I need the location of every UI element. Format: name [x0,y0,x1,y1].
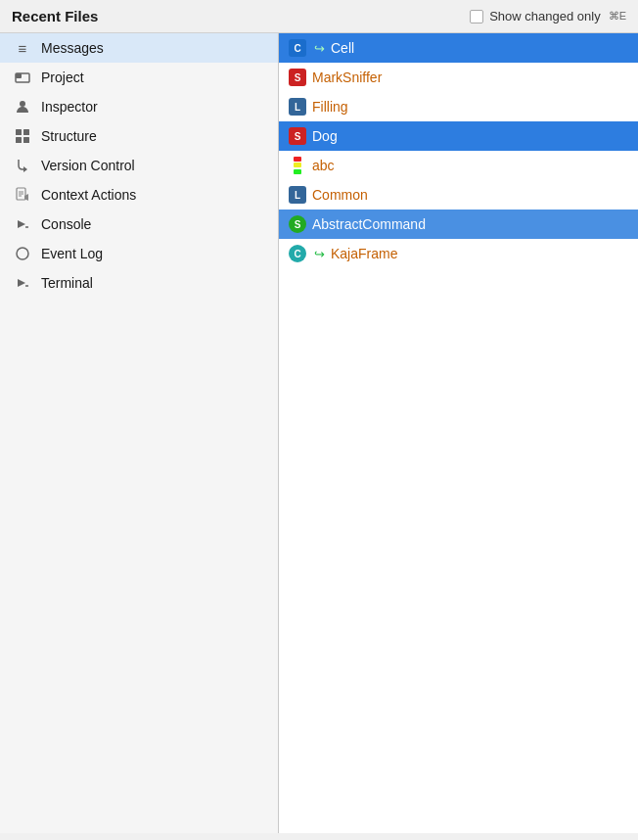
terminal-icon [14,274,31,292]
sidebar-label-project: Project [41,70,84,85]
dog-name: Dog [312,128,338,144]
file-item-kajaframe[interactable]: C ↪ KajaFrame [279,239,638,268]
top-bar: Recent Files Show changed only ⌘E [0,0,638,33]
cell-arrow-icon: ↪ [314,41,325,56]
structure-icon [14,127,31,145]
main-container: ≡ Messages Project Inspector [0,33,638,833]
sidebar: ≡ Messages Project Inspector [0,33,279,833]
svg-marker-7 [23,166,27,172]
svg-rect-6 [23,137,29,143]
file-item-common[interactable]: L Common [279,180,638,210]
kajaframe-badge: C [289,245,306,262]
sidebar-item-inspector[interactable]: Inspector [0,92,278,121]
shortcut-label: ⌘E [609,10,626,23]
version-control-icon [14,157,31,174]
cell-badge: C [289,39,306,57]
sidebar-label-inspector: Inspector [41,99,98,115]
kajaframe-name: KajaFrame [331,246,397,261]
common-name: Common [312,187,368,203]
sidebar-item-structure[interactable]: Structure [0,121,278,151]
event-log-icon [14,245,31,262]
svg-point-15 [17,248,28,259]
svg-rect-5 [16,137,22,143]
file-item-abc[interactable]: abc [279,151,638,180]
sidebar-item-console[interactable]: Console [0,210,278,239]
abc-traffic-light [289,157,306,174]
sidebar-label-terminal: Terminal [41,275,93,291]
abc-name: abc [312,158,335,173]
page-title: Recent Files [12,8,460,24]
kajaframe-arrow-icon: ↪ [314,247,325,261]
abstractcommand-name: AbstractCommand [312,216,426,232]
sidebar-item-version-control[interactable]: Version Control [0,151,278,180]
abstractcommand-badge: S [289,215,306,233]
filling-name: Filling [312,99,348,115]
marksniffer-name: MarkSniffer [312,70,382,85]
svg-marker-16 [18,279,25,287]
sidebar-label-version-control: Version Control [41,158,135,173]
cell-name: Cell [331,40,354,56]
sidebar-item-messages[interactable]: ≡ Messages [0,33,278,63]
sidebar-label-event-log: Event Log [41,246,103,261]
messages-icon: ≡ [14,39,31,57]
file-item-cell[interactable]: C ↪ Cell [279,33,638,63]
show-changed-checkbox[interactable] [470,10,483,23]
file-item-abstractcommand[interactable]: S AbstractCommand [279,210,638,239]
context-actions-icon [14,186,31,204]
filling-badge: L [289,98,306,116]
sidebar-item-project[interactable]: Project [0,63,278,92]
sidebar-item-terminal[interactable]: Terminal [0,268,278,298]
file-item-marksniffer[interactable]: S MarkSniffer [279,63,638,92]
sidebar-label-console: Console [41,216,91,232]
sidebar-label-structure: Structure [41,128,97,144]
inspector-icon [14,98,31,116]
dog-badge: S [289,127,306,145]
svg-point-2 [20,101,25,107]
show-changed-wrapper: Show changed only ⌘E [470,9,626,23]
svg-rect-3 [16,129,22,135]
marksniffer-badge: S [289,69,306,86]
show-changed-label: Show changed only [489,9,600,23]
sidebar-label-messages: Messages [41,40,104,56]
common-badge: L [289,186,306,204]
sidebar-item-event-log[interactable]: Event Log [0,239,278,268]
project-icon [14,69,31,86]
svg-marker-13 [18,220,25,228]
sidebar-label-context-actions: Context Actions [41,187,136,203]
console-icon [14,215,31,233]
file-list-panel: C ↪ Cell S MarkSniffer L Filling S Dog a… [279,33,638,833]
svg-rect-4 [23,129,29,135]
file-item-dog[interactable]: S Dog [279,121,638,151]
sidebar-item-context-actions[interactable]: Context Actions [0,180,278,210]
file-item-filling[interactable]: L Filling [279,92,638,121]
